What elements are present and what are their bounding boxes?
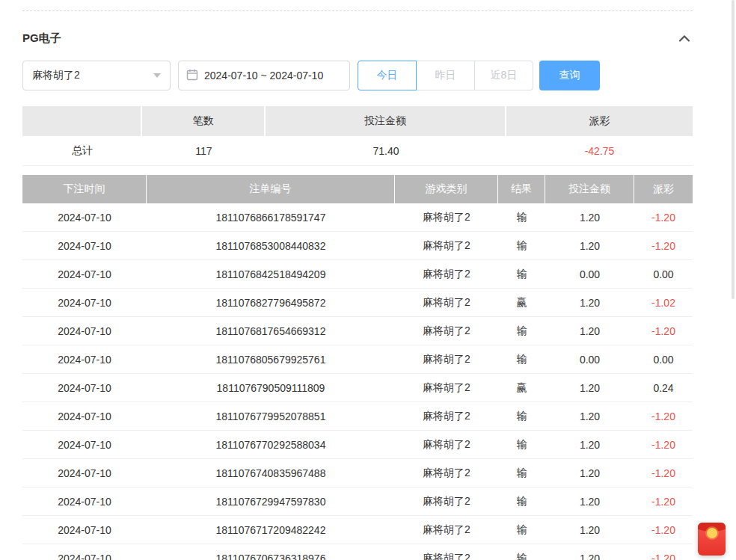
caret-down-icon: [153, 73, 161, 78]
cell-bet-amount: 1.20: [545, 459, 634, 487]
cell-payout: -1.20: [634, 203, 693, 231]
cell-bet-time: 2024-07-10: [22, 374, 147, 401]
cell-bet-amount: 1.20: [545, 317, 634, 345]
cell-bet-time: 2024-07-10: [22, 289, 147, 316]
cell-game-type: 麻将胡了2: [395, 374, 498, 401]
records-table-header: 下注时间 注单编号 游戏类别 结果 投注金额 派彩: [22, 175, 693, 203]
section-collapse-button[interactable]: [676, 31, 693, 45]
cell-bet-time: 2024-07-10: [22, 402, 147, 430]
cell-bet-time: 2024-07-10: [22, 487, 147, 515]
page: PG电子 麻将胡了2 2024-07-10 ~ 2024-07-10 今日 昨: [0, 0, 736, 560]
calendar-icon: [186, 69, 198, 83]
cell-order-number: 1811076779952078851: [147, 402, 395, 430]
cell-bet-amount: 1.20: [545, 289, 634, 316]
cell-result: 输: [498, 232, 545, 259]
cell-bet-amount: 1.20: [545, 544, 634, 560]
cell-result: 输: [498, 544, 545, 560]
cell-payout: -1.20: [634, 487, 693, 515]
scrollbar-thumb[interactable]: [732, 0, 735, 299]
cell-game-type: 麻将胡了2: [395, 544, 498, 560]
summary-row: 总计 117 71.40 -42.75: [22, 136, 693, 166]
cell-result: 赢: [498, 374, 545, 401]
table-body: 2024-07-101811076866178591747麻将胡了2输1.20-…: [22, 203, 693, 560]
cell-order-number: 1811076740835967488: [147, 459, 395, 487]
game-select-value: 麻将胡了2: [32, 69, 80, 82]
cell-payout: -1.20: [634, 516, 693, 544]
cell-result: 输: [498, 516, 545, 544]
summary-table: 笔数 投注金额 派彩 总计 117 71.40 -42.75: [22, 106, 693, 166]
cell-game-type: 麻将胡了2: [395, 459, 498, 487]
header-game-type: 游戏类别: [395, 175, 498, 203]
cell-bet-amount: 1.20: [545, 516, 634, 544]
header-bet-time: 下注时间: [22, 175, 147, 203]
content-area: PG电子 麻将胡了2 2024-07-10 ~ 2024-07-10 今日 昨: [22, 0, 693, 560]
cell-payout: -1.20: [634, 544, 693, 560]
header-payout: 派彩: [634, 175, 693, 203]
cell-bet-time: 2024-07-10: [22, 431, 147, 458]
cell-payout: 0.00: [634, 260, 693, 288]
table-row: 2024-07-101811076740835967488麻将胡了2输1.20-…: [22, 459, 693, 487]
cell-game-type: 麻将胡了2: [395, 431, 498, 458]
table-row: 2024-07-101811076817654669312麻将胡了2输1.20-…: [22, 317, 693, 345]
cell-order-number: 1811076770292588034: [147, 431, 395, 458]
summary-count-value: 117: [142, 136, 266, 165]
header-order-number: 注单编号: [147, 175, 395, 203]
cell-bet-time: 2024-07-10: [22, 317, 147, 345]
cell-bet-time: 2024-07-10: [22, 345, 147, 373]
quick-button-yesterday[interactable]: 昨日: [416, 61, 475, 90]
table-row: 2024-07-101811076706736318976麻将胡了2输1.20-…: [22, 544, 693, 560]
cell-order-number: 1811076842518494209: [147, 260, 395, 288]
cell-payout: 0.00: [634, 345, 693, 373]
date-range-value: 2024-07-10 ~ 2024-07-10: [204, 70, 323, 81]
game-select[interactable]: 麻将胡了2: [22, 61, 171, 90]
table-row: 2024-07-101811076842518494209麻将胡了2输0.000…: [22, 260, 693, 289]
cell-bet-time: 2024-07-10: [22, 459, 147, 487]
quick-button-today[interactable]: 今日: [358, 61, 417, 90]
summary-payout-value: -42.75: [506, 136, 693, 165]
cell-game-type: 麻将胡了2: [395, 487, 498, 515]
cell-bet-amount: 1.20: [545, 232, 634, 259]
table-row: 2024-07-101811076853008440832麻将胡了2输1.20-…: [22, 232, 693, 260]
red-envelope-button[interactable]: [698, 523, 726, 556]
summary-total-label: 总计: [22, 136, 142, 165]
cell-order-number: 1811076853008440832: [147, 232, 395, 259]
table-row: 2024-07-101811076827796495872麻将胡了2赢1.20-…: [22, 289, 693, 317]
cell-payout: -1.20: [634, 232, 693, 259]
cell-bet-amount: 1.20: [545, 374, 634, 401]
cell-result: 输: [498, 317, 545, 345]
summary-header-payout: 派彩: [506, 106, 693, 136]
search-button[interactable]: 查询: [539, 61, 600, 90]
cell-order-number: 1811076729947597830: [147, 487, 395, 515]
cell-result: 输: [498, 487, 545, 515]
cell-bet-time: 2024-07-10: [22, 203, 147, 231]
cell-payout: -1.20: [634, 459, 693, 487]
cell-bet-amount: 1.20: [545, 431, 634, 458]
cell-bet-time: 2024-07-10: [22, 544, 147, 560]
cell-order-number: 1811076817654669312: [147, 317, 395, 345]
top-divider: [22, 10, 693, 11]
summary-header-bet-amount: 投注金额: [266, 106, 506, 136]
cell-result: 输: [498, 345, 545, 373]
cell-bet-time: 2024-07-10: [22, 260, 147, 288]
table-row: 2024-07-101811076790509111809麻将胡了2赢1.200…: [22, 374, 693, 402]
section-header: PG电子: [22, 31, 693, 46]
quick-button-last8days[interactable]: 近8日: [474, 61, 533, 90]
table-row: 2024-07-101811076866178591747麻将胡了2输1.20-…: [22, 203, 693, 232]
cell-game-type: 麻将胡了2: [395, 232, 498, 259]
cell-bet-amount: 0.00: [545, 260, 634, 288]
cell-result: 输: [498, 459, 545, 487]
date-range-picker[interactable]: 2024-07-10 ~ 2024-07-10: [178, 61, 350, 90]
cell-game-type: 麻将胡了2: [395, 203, 498, 231]
cell-payout: -1.20: [634, 431, 693, 458]
cell-order-number: 1811076827796495872: [147, 289, 395, 316]
cell-order-number: 1811076866178591747: [147, 203, 395, 231]
summary-header-blank: [22, 106, 142, 136]
red-envelope-coin-icon: [707, 528, 717, 538]
table-row: 2024-07-101811076805679925761麻将胡了2输0.000…: [22, 345, 693, 374]
cell-order-number: 1811076717209482242: [147, 516, 395, 544]
records-table: 下注时间 注单编号 游戏类别 结果 投注金额 派彩 2024-07-101811…: [22, 175, 693, 560]
cell-result: 输: [498, 203, 545, 231]
cell-game-type: 麻将胡了2: [395, 260, 498, 288]
cell-game-type: 麻将胡了2: [395, 345, 498, 373]
cell-bet-amount: 0.00: [545, 345, 634, 373]
